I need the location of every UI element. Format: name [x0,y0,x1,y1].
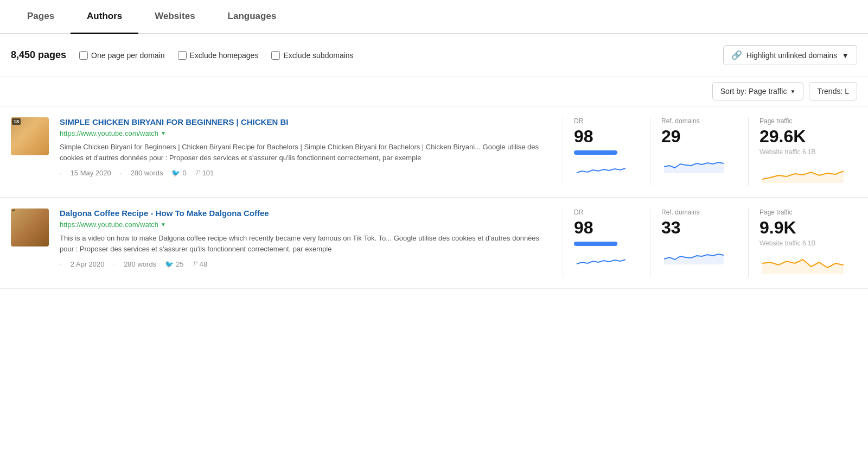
ref-domains-value: 29 [661,127,681,146]
exclude-subdomains-input[interactable] [271,51,280,60]
thumb-number [12,210,15,211]
exclude-homepages-checkbox[interactable]: Exclude homepages [178,51,259,60]
twitter-count: 🐦 25 [165,260,183,268]
trends-button[interactable]: Trends: L [809,82,857,100]
svg-marker-2 [664,254,724,264]
ref-domains-label: Ref. domains [661,117,700,125]
page-title-link[interactable]: Dalgona Coffee Recipe - How To Make Dalg… [60,208,552,218]
dr-value: 98 [574,127,593,146]
pinterest-count: 𝓟 48 [193,260,207,268]
results-list: 18 SIMPLE CHICKEN BIRYANI FOR BEGINNERS … [0,106,868,289]
dropdown-arrow-icon: ▼ [841,51,849,60]
exclude-homepages-label: Exclude homepages [190,51,259,60]
filters-bar: 8,450 pages One page per domain Exclude … [0,34,868,77]
table-row: Dalgona Coffee Recipe - How To Make Dalg… [0,197,868,289]
twitter-count: 🐦 0 [171,169,186,177]
dr-metric: DR 98 [563,117,639,186]
page-description: Simple Chicken Biryani for Beginners | C… [60,142,552,163]
one-page-per-domain-checkbox[interactable]: One page per domain [79,51,164,60]
sort-bar: Sort by: Page traffic ▼ Trends: L [0,77,868,106]
link-icon: 🔗 [731,50,742,60]
dr-chart [574,250,628,271]
page-title-link[interactable]: SIMPLE CHICKEN BIRYANI FOR BEGINNERS | C… [60,117,552,127]
highlight-unlinked-button[interactable]: 🔗 Highlight unlinked domains ▼ [723,45,857,65]
page-traffic-chart [760,160,846,186]
ref-domains-metric: Ref. domains 29 [650,117,737,186]
url-text: https://www.youtube.com/watch [60,220,158,229]
url-dropdown-icon: ▼ [161,130,166,136]
sort-by-button[interactable]: Sort by: Page traffic ▼ [712,82,804,100]
page-traffic-chart [760,251,846,277]
dr-bar [574,150,617,155]
highlight-label: Highlight unlinked domains [746,51,837,60]
thumbnail [11,208,49,247]
page-traffic-value: 9.9K [760,218,796,237]
tab-pages[interactable]: Pages [11,0,71,34]
svg-marker-3 [762,260,844,274]
ref-domains-value: 33 [661,218,681,237]
thumb-number: 18 [12,118,21,125]
page-url-link[interactable]: https://www.youtube.com/watch ▼ [60,220,166,229]
page-meta: · 2 Apr 2020 · 280 words 🐦 25 𝓟 48 [60,260,552,268]
trends-label: Trends: L [817,87,849,96]
page-meta: · 15 May 2020 · 280 words 🐦 0 𝓟 101 [60,168,552,177]
tab-languages[interactable]: Languages [212,0,293,34]
pages-count: 8,450 pages [11,49,66,61]
dr-chart [574,159,628,180]
dr-label: DR [574,208,583,216]
tabs-container: Pages Authors Websites Languages [0,0,868,34]
one-page-per-domain-label: One page per domain [91,51,164,60]
page-url-link[interactable]: https://www.youtube.com/watch ▼ [60,129,166,137]
pinterest-icon: 𝓟 [193,260,197,268]
twitter-link[interactable]: 25 [176,260,183,268]
exclude-subdomains-checkbox[interactable]: Exclude subdomains [271,51,353,60]
pinterest-icon: 𝓟 [195,168,200,177]
twitter-icon: 🐦 [171,169,180,177]
website-traffic-sub: Website traffic 6.1B [760,239,816,247]
page-traffic-metric: Page traffic 9.9K Website traffic 6.1B [748,208,857,277]
dr-bar [574,242,617,246]
publish-date: 15 May 2020 [71,169,111,177]
ref-domains-metric: Ref. domains 33 [650,208,737,277]
page-traffic-label: Page traffic [760,208,792,216]
ref-domains-chart [661,242,726,268]
pinterest-count: 𝓟 101 [195,168,214,177]
sort-arrow-icon: ▼ [790,89,795,94]
publish-date: 2 Apr 2020 [71,260,105,268]
dr-value: 98 [574,218,593,237]
dr-metric: DR 98 [563,208,639,277]
ref-domains-chart [661,150,726,176]
svg-marker-1 [762,171,844,183]
table-row: 18 SIMPLE CHICKEN BIRYANI FOR BEGINNERS … [0,106,868,197]
dr-label: DR [574,117,583,125]
website-traffic-sub: Website traffic 6.1B [760,148,816,156]
result-content: Dalgona Coffee Recipe - How To Make Dalg… [60,208,552,277]
sort-label: Sort by: Page traffic [720,87,787,96]
tab-websites[interactable]: Websites [138,0,211,34]
tab-bar: Pages Authors Websites Languages [0,0,868,34]
ref-domains-label: Ref. domains [661,208,700,216]
tab-authors[interactable]: Authors [71,0,138,34]
page-description: This is a video on how to make Dalgona c… [60,233,552,254]
url-dropdown-icon: ▼ [161,222,166,228]
page-traffic-label: Page traffic [760,117,792,125]
twitter-icon: 🐦 [165,260,174,268]
word-count: 280 words [130,169,163,177]
exclude-subdomains-label: Exclude subdomains [283,51,353,60]
thumbnail: 18 [11,117,49,155]
page-traffic-metric: Page traffic 29.6K Website traffic 6.1B [748,117,857,186]
result-content: SIMPLE CHICKEN BIRYANI FOR BEGINNERS | C… [60,117,552,186]
exclude-homepages-input[interactable] [178,51,187,60]
page-traffic-value: 29.6K [760,127,806,146]
one-page-per-domain-input[interactable] [79,51,88,60]
url-text: https://www.youtube.com/watch [60,129,158,137]
word-count: 280 words [124,260,156,268]
